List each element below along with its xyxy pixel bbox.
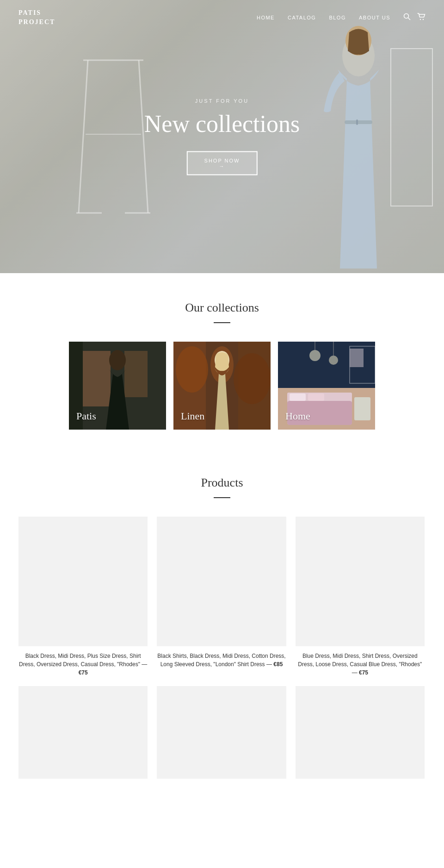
svg-point-24 <box>234 353 271 404</box>
product-card-5[interactable] <box>157 686 286 779</box>
product-card-1[interactable]: Black Dress, Midi Dress, Plus Size Dress… <box>18 517 148 677</box>
main-nav: HOME CATALOG BLOG ABOUT US <box>257 13 426 22</box>
svg-rect-16 <box>83 351 111 406</box>
svg-point-14 <box>423 19 424 19</box>
collections-title: Our collections <box>18 301 426 315</box>
nav-about[interactable]: ABOUT US <box>359 15 390 20</box>
collections-section: Our collections Patis <box>0 273 444 457</box>
svg-line-12 <box>408 18 411 20</box>
svg-rect-32 <box>308 393 324 401</box>
clothing-rack-decoration <box>74 32 153 218</box>
product-card-6[interactable] <box>296 686 425 779</box>
products-title: Products <box>18 476 426 490</box>
products-section: Products Black Dress, Midi Dress, Plus S… <box>0 457 444 806</box>
products-divider <box>214 497 230 498</box>
product-row-2 <box>18 686 426 779</box>
svg-point-11 <box>404 13 409 18</box>
product-card-2[interactable]: Black Shirts, Black Dress, Midi Dress, C… <box>157 517 286 677</box>
svg-line-0 <box>79 60 88 213</box>
nav-catalog[interactable]: CATALOG <box>288 15 316 20</box>
product-card-3[interactable]: Blue Dress, Midi Dress, Shirt Dress, Ove… <box>296 517 425 677</box>
product-image-1 <box>18 517 148 646</box>
collections-divider <box>214 322 230 323</box>
product-image-4 <box>18 686 148 779</box>
svg-rect-31 <box>290 393 306 401</box>
collection-card-linen[interactable]: Linen <box>173 342 271 430</box>
collection-label-home: Home <box>285 410 310 422</box>
site-header: PATIS PROJECT HOME CATALOG BLOG ABOUT US <box>0 0 444 35</box>
svg-point-35 <box>329 356 338 365</box>
svg-rect-17 <box>124 351 148 397</box>
shop-now-button[interactable]: SHOP NOW → <box>187 151 258 175</box>
svg-rect-8 <box>356 119 358 125</box>
hero-section: JUST FOR YOU New collections SHOP NOW → <box>0 0 444 273</box>
nav-icons <box>403 13 426 22</box>
svg-rect-7 <box>345 120 372 124</box>
svg-rect-40 <box>350 349 364 367</box>
nav-home[interactable]: HOME <box>257 15 275 20</box>
hero-content: JUST FOR YOU New collections SHOP NOW → <box>144 98 300 175</box>
collection-label-linen: Linen <box>181 410 204 422</box>
svg-point-34 <box>309 350 321 361</box>
cart-icon[interactable] <box>417 13 426 22</box>
hero-title: New collections <box>144 110 300 137</box>
product-card-4[interactable] <box>18 686 148 779</box>
product-image-3 <box>296 517 425 646</box>
product-image-2 <box>157 517 286 646</box>
svg-rect-38 <box>354 397 370 420</box>
collection-label-patis: Patis <box>76 410 96 422</box>
product-image-5 <box>157 686 286 779</box>
hero-subtitle: JUST FOR YOU <box>144 98 300 104</box>
right-frame-decoration <box>388 46 435 208</box>
product-image-6 <box>296 686 425 779</box>
svg-rect-10 <box>391 49 432 206</box>
product-grid: Black Dress, Midi Dress, Plus Size Dress… <box>18 517 426 677</box>
nav-blog[interactable]: BLOG <box>329 15 346 20</box>
search-icon[interactable] <box>403 13 411 22</box>
svg-point-13 <box>420 19 421 19</box>
product-name-3: Blue Dress, Midi Dress, Shirt Dress, Ove… <box>296 652 425 677</box>
svg-point-23 <box>176 346 208 393</box>
site-logo[interactable]: PATIS PROJECT <box>18 8 55 26</box>
product-name-1: Black Dress, Midi Dress, Plus Size Dress… <box>18 652 148 677</box>
product-name-2: Black Shirts, Black Dress, Midi Dress, C… <box>157 652 286 668</box>
collection-card-patis[interactable]: Patis <box>69 342 166 430</box>
collection-card-home[interactable]: Home <box>278 342 375 430</box>
svg-point-19 <box>109 350 126 370</box>
collection-grid: Patis Linen <box>18 342 426 430</box>
